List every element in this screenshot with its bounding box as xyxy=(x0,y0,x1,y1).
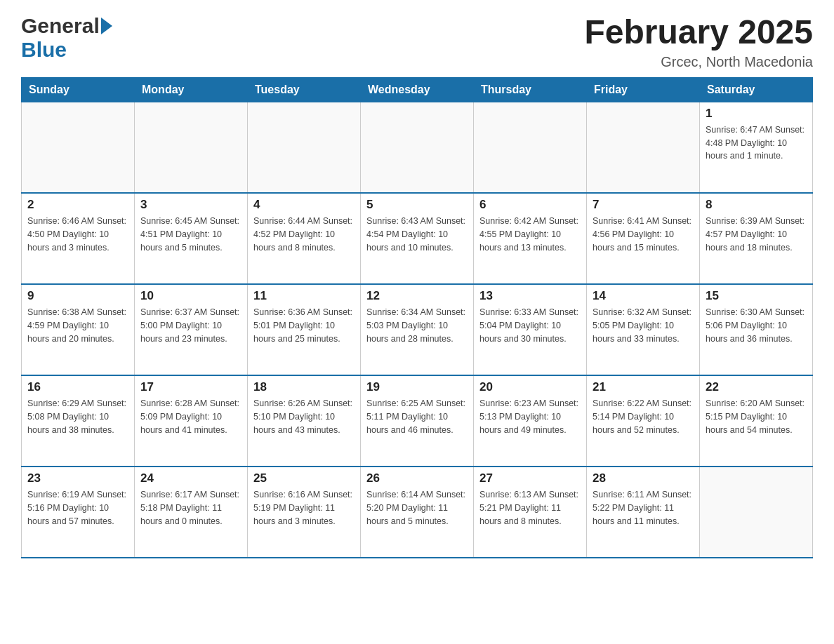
title-section: February 2025 Grcec, North Macedonia xyxy=(584,14,813,70)
day-number: 13 xyxy=(479,289,581,303)
column-header-sunday: Sunday xyxy=(22,77,135,102)
day-number: 7 xyxy=(593,198,694,212)
calendar-cell: 22Sunrise: 6:20 AM Sunset: 5:15 PM Dayli… xyxy=(700,375,813,467)
day-number: 3 xyxy=(140,198,241,212)
day-info: Sunrise: 6:20 AM Sunset: 5:15 PM Dayligh… xyxy=(706,397,807,436)
day-info: Sunrise: 6:13 AM Sunset: 5:21 PM Dayligh… xyxy=(479,488,581,528)
day-info: Sunrise: 6:30 AM Sunset: 5:06 PM Dayligh… xyxy=(706,306,807,345)
column-header-friday: Friday xyxy=(587,77,700,102)
calendar-cell: 4Sunrise: 6:44 AM Sunset: 4:52 PM Daylig… xyxy=(248,193,361,284)
day-number: 10 xyxy=(140,289,241,303)
day-info: Sunrise: 6:19 AM Sunset: 5:16 PM Dayligh… xyxy=(27,488,128,528)
calendar-cell: 18Sunrise: 6:26 AM Sunset: 5:10 PM Dayli… xyxy=(248,375,361,467)
day-info: Sunrise: 6:36 AM Sunset: 5:01 PM Dayligh… xyxy=(253,306,355,345)
day-number: 24 xyxy=(140,471,241,485)
calendar-cell xyxy=(474,102,587,193)
day-info: Sunrise: 6:46 AM Sunset: 4:50 PM Dayligh… xyxy=(27,215,128,254)
day-info: Sunrise: 6:47 AM Sunset: 4:48 PM Dayligh… xyxy=(706,123,807,163)
calendar-cell xyxy=(700,467,813,558)
calendar-week-row: 2Sunrise: 6:46 AM Sunset: 4:50 PM Daylig… xyxy=(22,193,813,284)
logo-blue-text: Blue xyxy=(21,38,67,62)
calendar-cell: 28Sunrise: 6:11 AM Sunset: 5:22 PM Dayli… xyxy=(587,467,700,558)
day-number: 28 xyxy=(593,471,694,485)
day-info: Sunrise: 6:16 AM Sunset: 5:19 PM Dayligh… xyxy=(253,488,355,528)
day-info: Sunrise: 6:38 AM Sunset: 4:59 PM Dayligh… xyxy=(27,306,128,345)
day-number: 19 xyxy=(366,380,468,394)
page-header: General Blue February 2025 Grcec, North … xyxy=(21,14,813,70)
calendar-table: SundayMondayTuesdayWednesdayThursdayFrid… xyxy=(21,77,813,559)
calendar-cell: 2Sunrise: 6:46 AM Sunset: 4:50 PM Daylig… xyxy=(22,193,135,284)
day-number: 12 xyxy=(366,289,468,303)
calendar-cell: 16Sunrise: 6:29 AM Sunset: 5:08 PM Dayli… xyxy=(22,375,135,467)
day-number: 11 xyxy=(253,289,355,303)
calendar-week-row: 23Sunrise: 6:19 AM Sunset: 5:16 PM Dayli… xyxy=(22,467,813,558)
day-info: Sunrise: 6:44 AM Sunset: 4:52 PM Dayligh… xyxy=(253,215,355,254)
calendar-cell: 8Sunrise: 6:39 AM Sunset: 4:57 PM Daylig… xyxy=(700,193,813,284)
calendar-cell: 23Sunrise: 6:19 AM Sunset: 5:16 PM Dayli… xyxy=(22,467,135,558)
calendar-cell xyxy=(248,102,361,193)
calendar-week-row: 9Sunrise: 6:38 AM Sunset: 4:59 PM Daylig… xyxy=(22,284,813,375)
calendar-week-row: 1Sunrise: 6:47 AM Sunset: 4:48 PM Daylig… xyxy=(22,102,813,193)
day-number: 26 xyxy=(366,471,468,485)
day-info: Sunrise: 6:28 AM Sunset: 5:09 PM Dayligh… xyxy=(140,397,241,436)
day-info: Sunrise: 6:26 AM Sunset: 5:10 PM Dayligh… xyxy=(253,397,355,436)
day-info: Sunrise: 6:25 AM Sunset: 5:11 PM Dayligh… xyxy=(366,397,468,436)
day-number: 9 xyxy=(27,289,128,303)
column-header-saturday: Saturday xyxy=(700,77,813,102)
day-number: 2 xyxy=(27,198,128,212)
calendar-cell: 5Sunrise: 6:43 AM Sunset: 4:54 PM Daylig… xyxy=(361,193,474,284)
day-info: Sunrise: 6:34 AM Sunset: 5:03 PM Dayligh… xyxy=(366,306,468,345)
day-info: Sunrise: 6:42 AM Sunset: 4:55 PM Dayligh… xyxy=(479,215,581,254)
column-header-thursday: Thursday xyxy=(474,77,587,102)
logo-general-text: General xyxy=(21,14,100,38)
day-number: 20 xyxy=(479,380,581,394)
day-info: Sunrise: 6:32 AM Sunset: 5:05 PM Dayligh… xyxy=(593,306,694,345)
day-number: 22 xyxy=(706,380,807,394)
day-info: Sunrise: 6:39 AM Sunset: 4:57 PM Dayligh… xyxy=(706,215,807,254)
day-info: Sunrise: 6:41 AM Sunset: 4:56 PM Dayligh… xyxy=(593,215,694,254)
calendar-cell: 27Sunrise: 6:13 AM Sunset: 5:21 PM Dayli… xyxy=(474,467,587,558)
day-number: 6 xyxy=(479,198,581,212)
logo: General Blue xyxy=(21,14,112,62)
day-number: 23 xyxy=(27,471,128,485)
calendar-cell: 1Sunrise: 6:47 AM Sunset: 4:48 PM Daylig… xyxy=(700,102,813,193)
calendar-cell: 3Sunrise: 6:45 AM Sunset: 4:51 PM Daylig… xyxy=(135,193,248,284)
day-info: Sunrise: 6:45 AM Sunset: 4:51 PM Dayligh… xyxy=(140,215,241,254)
logo-arrow-icon xyxy=(101,18,112,34)
calendar-cell xyxy=(587,102,700,193)
calendar-cell: 6Sunrise: 6:42 AM Sunset: 4:55 PM Daylig… xyxy=(474,193,587,284)
calendar-week-row: 16Sunrise: 6:29 AM Sunset: 5:08 PM Dayli… xyxy=(22,375,813,467)
calendar-cell: 12Sunrise: 6:34 AM Sunset: 5:03 PM Dayli… xyxy=(361,284,474,375)
calendar-cell: 24Sunrise: 6:17 AM Sunset: 5:18 PM Dayli… xyxy=(135,467,248,558)
calendar-cell: 25Sunrise: 6:16 AM Sunset: 5:19 PM Dayli… xyxy=(248,467,361,558)
day-number: 27 xyxy=(479,471,581,485)
day-info: Sunrise: 6:33 AM Sunset: 5:04 PM Dayligh… xyxy=(479,306,581,345)
column-header-monday: Monday xyxy=(135,77,248,102)
calendar-cell: 17Sunrise: 6:28 AM Sunset: 5:09 PM Dayli… xyxy=(135,375,248,467)
calendar-cell xyxy=(361,102,474,193)
day-number: 15 xyxy=(706,289,807,303)
day-number: 14 xyxy=(593,289,694,303)
day-number: 25 xyxy=(253,471,355,485)
day-number: 4 xyxy=(253,198,355,212)
day-number: 5 xyxy=(366,198,468,212)
day-number: 18 xyxy=(253,380,355,394)
calendar-cell: 21Sunrise: 6:22 AM Sunset: 5:14 PM Dayli… xyxy=(587,375,700,467)
calendar-cell: 15Sunrise: 6:30 AM Sunset: 5:06 PM Dayli… xyxy=(700,284,813,375)
day-number: 1 xyxy=(706,107,807,121)
column-header-wednesday: Wednesday xyxy=(361,77,474,102)
calendar-cell: 26Sunrise: 6:14 AM Sunset: 5:20 PM Dayli… xyxy=(361,467,474,558)
calendar-subtitle: Grcec, North Macedonia xyxy=(584,54,813,70)
day-info: Sunrise: 6:17 AM Sunset: 5:18 PM Dayligh… xyxy=(140,488,241,528)
column-header-tuesday: Tuesday xyxy=(248,77,361,102)
day-info: Sunrise: 6:29 AM Sunset: 5:08 PM Dayligh… xyxy=(27,397,128,436)
day-info: Sunrise: 6:23 AM Sunset: 5:13 PM Dayligh… xyxy=(479,397,581,436)
day-number: 16 xyxy=(27,380,128,394)
calendar-cell: 11Sunrise: 6:36 AM Sunset: 5:01 PM Dayli… xyxy=(248,284,361,375)
calendar-cell: 20Sunrise: 6:23 AM Sunset: 5:13 PM Dayli… xyxy=(474,375,587,467)
day-info: Sunrise: 6:22 AM Sunset: 5:14 PM Dayligh… xyxy=(593,397,694,436)
calendar-cell: 14Sunrise: 6:32 AM Sunset: 5:05 PM Dayli… xyxy=(587,284,700,375)
day-info: Sunrise: 6:43 AM Sunset: 4:54 PM Dayligh… xyxy=(366,215,468,254)
day-info: Sunrise: 6:37 AM Sunset: 5:00 PM Dayligh… xyxy=(140,306,241,345)
day-number: 17 xyxy=(140,380,241,394)
